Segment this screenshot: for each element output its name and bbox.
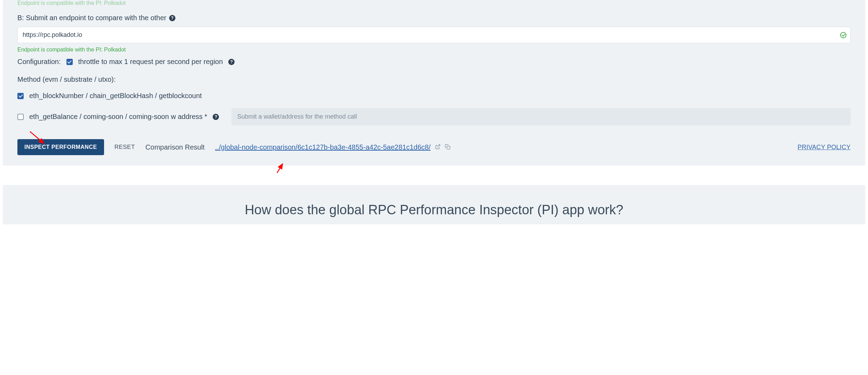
throttle-label: throttle to max 1 request per second per… xyxy=(78,58,223,66)
annotation-arrow-icon xyxy=(274,162,288,176)
svg-line-5 xyxy=(277,164,283,173)
comparison-result-label: Comparison Result xyxy=(145,143,205,151)
wallet-address-input[interactable] xyxy=(231,108,851,125)
privacy-policy-link[interactable]: PRIVACY POLICY xyxy=(797,144,851,151)
how-it-works-heading: How does the global RPC Performance Insp… xyxy=(17,202,851,217)
help-icon[interactable]: ? xyxy=(228,59,235,65)
method-blocknumber-label: eth_blockNumber / chain_getBlockHash / g… xyxy=(29,92,202,100)
method-blocknumber-checkbox[interactable] xyxy=(17,93,24,99)
comparison-result-link[interactable]: ../global-node-comparison/6c1c127b-ba3e-… xyxy=(215,143,431,151)
endpoint-b-label: B: Submit an endpoint to compare with th… xyxy=(17,14,166,22)
endpoint-a-status: Endpoint is compatible with the PI: Polk… xyxy=(17,0,851,6)
method-heading: Method (evm / substrate / utxo): xyxy=(17,75,851,83)
help-icon[interactable]: ? xyxy=(169,15,175,21)
help-icon[interactable]: ? xyxy=(213,114,219,120)
svg-rect-3 xyxy=(447,146,450,149)
copy-icon[interactable] xyxy=(445,144,450,150)
method-getbalance-label: eth_getBalance / coming-soon / coming-so… xyxy=(29,113,207,121)
svg-line-2 xyxy=(437,145,440,147)
endpoint-b-input[interactable] xyxy=(17,27,851,43)
external-link-icon[interactable] xyxy=(435,144,441,150)
endpoint-b-status: Endpoint is compatible with the PI: Polk… xyxy=(17,47,851,53)
configuration-label: Configuration: xyxy=(17,58,61,66)
inspect-performance-button[interactable]: INSPECT PERFORMANCE xyxy=(17,139,104,155)
check-circle-icon xyxy=(840,32,846,38)
reset-button[interactable]: RESET xyxy=(115,144,135,151)
throttle-checkbox[interactable] xyxy=(66,59,73,65)
method-getbalance-checkbox[interactable] xyxy=(17,114,24,120)
